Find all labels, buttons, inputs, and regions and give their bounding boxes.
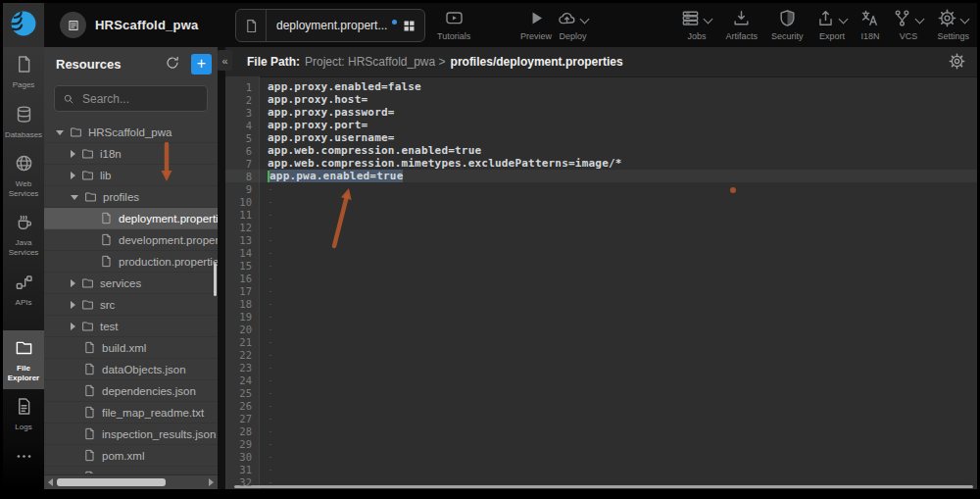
code-line-8[interactable]: 8app.pwa.enabled=true [225, 170, 977, 182]
code-line-24[interactable]: 24 [225, 374, 977, 386]
tree-item-lib[interactable]: lib [44, 165, 218, 186]
code-line-33[interactable]: 33 [225, 488, 977, 489]
action-preview[interactable]: Preview [520, 10, 552, 41]
action-settings[interactable]: Settings [937, 10, 969, 41]
code-line-16[interactable]: 16 [225, 272, 977, 284]
code-line-5[interactable]: 5app.proxy.username= [225, 131, 977, 144]
sidebar-item-pages[interactable]: Pages [3, 47, 44, 97]
code-line-30[interactable]: 30 [225, 450, 977, 463]
tree-item-production-properties[interactable]: production.properties [44, 251, 218, 273]
home-logo-button[interactable] [3, 3, 44, 47]
action-security[interactable]: Security [771, 10, 804, 41]
code-line-19[interactable]: 19 [225, 310, 977, 323]
code-text [268, 488, 273, 489]
code-line-20[interactable]: 20 [225, 323, 977, 335]
tree-item-src[interactable]: src [44, 294, 218, 316]
sidebar-item-label: APIs [15, 298, 33, 308]
code-text [268, 348, 273, 361]
scroll-left-arrow-icon[interactable] [48, 478, 53, 486]
tree-item-dataobjects-json[interactable]: dataObjects.json [44, 359, 218, 380]
search-box[interactable] [54, 85, 208, 112]
tree-horizontal-scrollbar[interactable] [44, 474, 218, 489]
caret-right-icon[interactable] [71, 279, 75, 287]
code-line-26[interactable]: 26 [225, 399, 977, 412]
code-line-11[interactable]: 11 [225, 208, 977, 221]
sidebar-item-web-services[interactable]: Web Services [3, 146, 44, 205]
code-line-23[interactable]: 23 [225, 361, 977, 374]
tree-item-inspection-results-json[interactable]: inspection_results.json [44, 424, 218, 445]
scrollbar-thumb[interactable] [57, 478, 166, 486]
code-editor[interactable]: 1app.proxy.enabled=false2app.proxy.host=… [225, 76, 977, 489]
code-line-25[interactable]: 25 [225, 386, 977, 399]
tree-item-dependencies-json[interactable]: dependencies.json [44, 380, 218, 402]
tree-item-hrscaffold-pwa[interactable]: HRScaffold_pwa [44, 122, 218, 143]
code-line-22[interactable]: 22 [225, 348, 977, 361]
sidebar-item-file-explorer[interactable]: File Explorer [3, 330, 44, 389]
tree-item-file-map-readme-txt[interactable]: file_map_readme.txt [44, 402, 218, 424]
tree-item-services[interactable]: services [44, 273, 218, 294]
action-artifacts[interactable]: Artifacts [725, 10, 758, 41]
code-line-9[interactable]: 9 [225, 182, 977, 195]
caret-right-icon[interactable] [71, 323, 75, 330]
caret-right-icon[interactable] [71, 301, 75, 309]
action-label: Settings [937, 31, 969, 41]
code-line-18[interactable]: 18 [225, 297, 977, 310]
tree-vertical-scrollbar[interactable] [214, 263, 217, 296]
code-line-12[interactable]: 12 [225, 221, 977, 233]
code-line-29[interactable]: 29 [225, 437, 977, 450]
code-line-31[interactable]: 31 [225, 463, 977, 475]
tree-item-development-properties[interactable]: development.properties [44, 229, 218, 251]
code-line-4[interactable]: 4app.proxy.port= [225, 119, 977, 131]
caret-right-icon[interactable] [71, 150, 75, 158]
code-line-27[interactable]: 27 [225, 412, 977, 424]
code-line-28[interactable]: 28 [225, 424, 977, 437]
gear-icon[interactable] [949, 53, 965, 70]
action-vcs[interactable]: VCS [893, 10, 923, 41]
sidebar-item-databases[interactable]: Databases [3, 97, 44, 147]
code-line-2[interactable]: 2app.proxy.host= [225, 93, 977, 106]
scroll-right-arrow-icon[interactable] [209, 478, 214, 486]
sidebar-item-apis[interactable]: APIs [3, 265, 44, 315]
search-input[interactable] [80, 91, 199, 107]
action-jobs[interactable]: Jobs [681, 10, 711, 41]
action-export[interactable]: Export [816, 10, 847, 41]
caret-down-icon[interactable] [71, 195, 78, 200]
tree-item-pom-xml[interactable]: pom.xml [44, 445, 218, 467]
editor-horizontal-scrollbar[interactable] [234, 485, 973, 488]
code-text [268, 374, 273, 386]
download-tray-icon [732, 9, 751, 31]
tree-item-i18n[interactable]: i18n [44, 143, 218, 165]
sidebar-item-java-services[interactable]: Java Services [3, 205, 44, 264]
code-line-7[interactable]: 7app.web.compression.mimetypes.excludePa… [225, 157, 977, 170]
code-line-10[interactable]: 10 [225, 195, 977, 208]
tree-item-build-xml[interactable]: build.xml [44, 337, 218, 359]
code-line-14[interactable]: 14 [225, 246, 977, 259]
collapse-panel-button[interactable]: « [218, 50, 232, 71]
action-deploy[interactable]: Deploy [558, 10, 588, 41]
caret-down-icon[interactable] [56, 130, 64, 135]
add-resource-button[interactable]: + [191, 54, 212, 75]
action-tutorials[interactable]: Tutorials [437, 10, 470, 41]
tree-item-deployment-properties[interactable]: deployment.properties [44, 208, 218, 229]
code-line-15[interactable]: 15 [225, 259, 977, 272]
code-line-21[interactable]: 21 [225, 335, 977, 348]
open-file-tab[interactable]: deployment.propert... [235, 9, 425, 42]
code-line-13[interactable]: 13 [225, 233, 977, 246]
project-switcher[interactable]: HRScaffold_pwa [60, 12, 198, 38]
line-number: 15 [225, 260, 259, 272]
code-line-17[interactable]: 17 [225, 284, 977, 297]
sidebar-item-more[interactable] [3, 439, 44, 479]
tree-item-test[interactable]: test [44, 316, 218, 337]
caret-right-icon[interactable] [71, 172, 75, 179]
code-line-1[interactable]: 1app.proxy.enabled=false [225, 80, 977, 93]
grid-icon[interactable] [402, 19, 416, 33]
tree-item-profiles[interactable]: profiles [44, 186, 218, 208]
action-i18n[interactable]: I18N [860, 10, 879, 41]
sidebar-item-logs[interactable]: Logs [3, 389, 44, 439]
code-line-6[interactable]: 6app.web.compression.enabled=true [225, 144, 977, 157]
code-text: app.pwa.enabled=true [268, 170, 403, 182]
line-number: 27 [225, 413, 259, 424]
tree-item-readme-md[interactable]: README.md [44, 467, 218, 474]
refresh-icon[interactable] [165, 55, 182, 73]
code-line-3[interactable]: 3app.proxy.password= [225, 106, 977, 119]
